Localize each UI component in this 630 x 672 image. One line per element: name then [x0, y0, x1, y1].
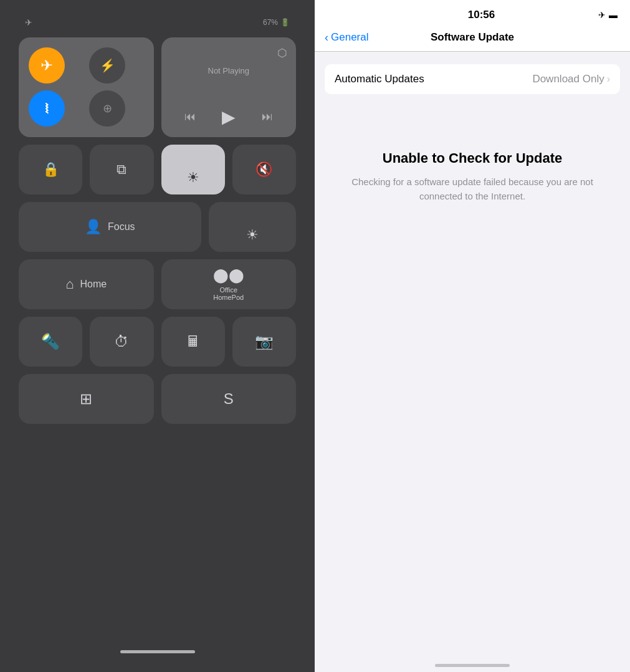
code-scanner-button[interactable]: ⊞ [19, 374, 154, 424]
bluetooth-button[interactable]: ⦚ [29, 90, 65, 127]
su-time: 10:56 [365, 9, 598, 21]
airdrop-icon: ⊕ [103, 102, 112, 115]
brightness-icon: ☀ [187, 170, 199, 186]
cc-airplane-indicator: ✈ [25, 17, 32, 27]
office-label: Office HomePod [213, 286, 244, 301]
automatic-updates-label: Automatic Updates [335, 73, 424, 85]
focus-icon: 👤 [85, 219, 102, 235]
rewind-button[interactable]: ⏮ [184, 110, 196, 123]
office-homepod-button[interactable]: ⬤⬤ Office HomePod [161, 259, 297, 309]
not-playing-label: Not Playing [171, 66, 287, 75]
wifi-icon: ⚡ [100, 58, 115, 73]
cc-battery-pct: 67% [263, 18, 278, 27]
cc-status-bar: ✈ 67% 🔋 [19, 12, 296, 37]
back-chevron-icon: ‹ [325, 31, 328, 44]
automatic-updates-row[interactable]: Automatic Updates Download Only › [325, 64, 620, 94]
home-icon: ⌂ [65, 276, 74, 292]
home-indicator-right [435, 664, 510, 667]
su-spacer [315, 370, 630, 664]
office-icon: ⬤⬤ [213, 267, 244, 284]
row-chevron-icon: › [607, 74, 610, 85]
calculator-button[interactable]: 🖩 [161, 317, 225, 367]
su-content: Automatic Updates Download Only › Unable… [315, 52, 630, 370]
cc-home-row: ⌂ Home ⬤⬤ Office HomePod [19, 259, 296, 309]
camera-button[interactable]: 📷 [232, 317, 296, 367]
flashlight-icon: 🔦 [41, 333, 60, 350]
su-back-label: General [331, 31, 368, 44]
su-airplane-icon: ✈ [598, 10, 606, 20]
airdrop-button[interactable]: ⊕ [89, 90, 125, 127]
su-back-button[interactable]: ‹ General [325, 31, 368, 44]
mute-icon: 🔇 [255, 161, 272, 178]
cc-bottom-row1: 🔦 ⏱ 🖩 📷 [19, 317, 296, 367]
brightness-slider-button[interactable]: ☀ [209, 202, 296, 252]
automatic-updates-value: Download Only › [532, 73, 610, 85]
fast-forward-button[interactable]: ⏭ [262, 110, 273, 123]
shazam-button[interactable]: S [161, 374, 297, 424]
su-battery-icon: ▬ [609, 10, 618, 20]
su-status-bar: 10:56 ✈ ▬ [315, 0, 630, 26]
focus-button[interactable]: 👤 Focus [19, 202, 201, 252]
media-controls: ⏮ ▶ ⏭ [171, 107, 287, 127]
cc-focus-row: 👤 Focus ☀ [19, 202, 296, 252]
screen-mirror-button[interactable]: ⧉ [90, 145, 153, 194]
download-only-value: Download Only [532, 73, 604, 85]
focus-label: Focus [108, 221, 135, 233]
connectivity-block: ✈ ⚡ ⦚ ⊕ [19, 37, 154, 137]
timer-icon: ⏱ [114, 333, 129, 350]
play-button[interactable]: ▶ [222, 107, 236, 127]
wifi-button[interactable]: ⚡ [89, 47, 125, 84]
airplane-mode-button[interactable]: ✈ [29, 47, 65, 84]
su-status-icons: ✈ ▬ [598, 10, 618, 20]
cc-status-icons: 67% 🔋 [263, 18, 290, 27]
control-center: ✈ 67% 🔋 ✈ ⚡ ⦚ ⊕ [0, 0, 315, 672]
brightness-block[interactable]: ☀ [161, 145, 225, 194]
su-error-section: Unable to Check for Update Checking for … [325, 113, 620, 228]
cc-battery-icon: 🔋 [280, 18, 290, 27]
cc-main-grid: ✈ ⚡ ⦚ ⊕ ⬡ Not Playing ⏮ ▶ ⏭ [19, 37, 296, 644]
timer-button[interactable]: ⏱ [90, 317, 153, 367]
calculator-icon: 🖩 [186, 333, 201, 350]
su-page-title: Software Update [431, 31, 514, 44]
media-player-block: ⬡ Not Playing ⏮ ▶ ⏭ [161, 37, 297, 137]
cc-bottom-row2: ⊞ S [19, 374, 296, 424]
camera-icon: 📷 [255, 333, 274, 350]
software-update-screen: 10:56 ✈ ▬ ‹ General Software Update Auto… [315, 0, 630, 672]
mirror-icon: ⧉ [117, 161, 126, 178]
mute-button[interactable]: 🔇 [232, 145, 296, 194]
cc-top-row: ✈ ⚡ ⦚ ⊕ ⬡ Not Playing ⏮ ▶ ⏭ [19, 37, 296, 137]
shazam-icon: S [224, 390, 234, 408]
screen-rotation-button[interactable]: 🔒 [19, 145, 82, 194]
brightness-slider-icon: ☀ [246, 227, 259, 243]
airplay-icon: ⬡ [277, 46, 287, 60]
su-error-title: Unable to Check for Update [383, 150, 562, 166]
cc-mid-row: 🔒 ⧉ ☀ 🔇 [19, 145, 296, 194]
home-label: Home [80, 279, 107, 290]
code-scanner-icon: ⊞ [80, 390, 92, 408]
rotation-lock-icon: 🔒 [42, 161, 59, 178]
flashlight-button[interactable]: 🔦 [19, 317, 82, 367]
su-nav-bar: ‹ General Software Update [315, 26, 630, 52]
su-error-message: Checking for a software update failed be… [350, 175, 595, 203]
home-button[interactable]: ⌂ Home [19, 259, 154, 309]
airplane-icon: ✈ [41, 57, 53, 74]
bluetooth-icon: ⦚ [44, 102, 50, 115]
home-indicator-left [120, 650, 195, 653]
